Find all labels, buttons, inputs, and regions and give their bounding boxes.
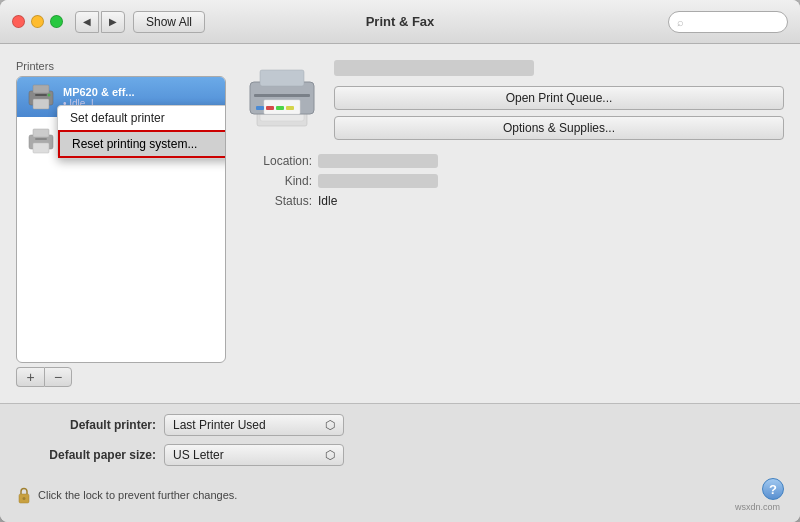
printer-detail-header: Open Print Queue... Options & Supplies..… xyxy=(242,60,784,140)
traffic-lights xyxy=(12,15,63,28)
svg-point-20 xyxy=(23,497,26,500)
status-label: Status: xyxy=(242,194,312,208)
search-icon: ⌕ xyxy=(677,16,684,28)
panel-label: Printers xyxy=(16,60,226,72)
default-printer-select[interactable]: Last Printer Used ⬡ xyxy=(164,414,344,436)
svg-rect-14 xyxy=(254,94,310,97)
default-paper-row: Default paper size: US Letter ⬡ xyxy=(16,444,784,466)
detail-fields: Location: Kind: Status: Idle xyxy=(242,154,784,214)
search-box[interactable]: ⌕ xyxy=(668,11,788,33)
svg-rect-6 xyxy=(33,129,49,137)
svg-rect-1 xyxy=(33,85,49,93)
select-arrow-icon-2: ⬡ xyxy=(325,448,335,462)
location-value xyxy=(318,154,438,168)
select-arrow-icon: ⬡ xyxy=(325,418,335,432)
footer-row: Click the lock to prevent further change… xyxy=(16,474,784,512)
default-printer-label: Default printer: xyxy=(16,418,156,432)
show-all-button[interactable]: Show All xyxy=(133,11,205,33)
svg-rect-15 xyxy=(256,106,264,110)
svg-rect-2 xyxy=(33,99,49,109)
bottom-bar: Default printer: Last Printer Used ⬡ Def… xyxy=(0,403,800,522)
kind-row: Kind: xyxy=(242,174,784,188)
default-printer-row: Default printer: Last Printer Used ⬡ xyxy=(16,414,784,436)
context-menu-item-set-default[interactable]: Set default printer xyxy=(58,106,226,130)
forward-button[interactable]: ▶ xyxy=(101,11,125,33)
printer-icon-2 xyxy=(25,127,57,155)
default-printer-value: Last Printer Used xyxy=(173,418,266,432)
lock-area: Click the lock to prevent further change… xyxy=(16,485,237,505)
printer-name-1: MP620 & eff... xyxy=(63,86,135,98)
list-controls: + − xyxy=(16,367,226,387)
maximize-button[interactable] xyxy=(50,15,63,28)
remove-printer-button[interactable]: − xyxy=(44,367,72,387)
titlebar: ◀ ▶ Show All Print & Fax ⌕ xyxy=(0,0,800,44)
kind-label: Kind: xyxy=(242,174,312,188)
detail-printer-icon xyxy=(242,60,322,130)
watermark: wsxdn.com xyxy=(735,502,784,512)
svg-point-4 xyxy=(48,94,51,97)
svg-rect-7 xyxy=(33,143,49,153)
default-paper-value: US Letter xyxy=(173,448,224,462)
location-label: Location: xyxy=(242,154,312,168)
open-print-queue-button[interactable]: Open Print Queue... xyxy=(334,86,784,110)
add-printer-button[interactable]: + xyxy=(16,367,44,387)
nav-buttons: ◀ ▶ xyxy=(75,11,125,33)
status-value: Idle xyxy=(318,194,337,208)
default-paper-select[interactable]: US Letter ⬡ xyxy=(164,444,344,466)
printer-icon-1 xyxy=(25,83,57,111)
svg-rect-18 xyxy=(286,106,294,110)
svg-rect-17 xyxy=(276,106,284,110)
main-content: Printers MP620 & eff... xyxy=(0,44,800,403)
default-paper-label: Default paper size: xyxy=(16,448,156,462)
lock-icon[interactable] xyxy=(16,485,32,505)
svg-rect-12 xyxy=(260,70,304,86)
lock-text: Click the lock to prevent further change… xyxy=(38,489,237,501)
options-supplies-button[interactable]: Options & Supplies... xyxy=(334,116,784,140)
context-menu-item-reset[interactable]: Reset printing system... xyxy=(58,130,226,158)
status-row: Status: Idle xyxy=(242,194,784,208)
svg-rect-16 xyxy=(266,106,274,110)
left-panel: Printers MP620 & eff... xyxy=(16,60,226,387)
help-button[interactable]: ? xyxy=(762,478,784,500)
right-panel: Open Print Queue... Options & Supplies..… xyxy=(242,60,784,387)
close-button[interactable] xyxy=(12,15,25,28)
minimize-button[interactable] xyxy=(31,15,44,28)
svg-rect-3 xyxy=(35,94,47,96)
detail-info: Open Print Queue... Options & Supplies..… xyxy=(334,60,784,140)
action-buttons: Open Print Queue... Options & Supplies..… xyxy=(334,86,784,140)
location-row: Location: xyxy=(242,154,784,168)
printers-list: MP620 & eff... • Idle, L Set default pri… xyxy=(16,76,226,363)
printer-title-bar xyxy=(334,60,534,76)
window-title: Print & Fax xyxy=(366,14,435,29)
kind-value xyxy=(318,174,438,188)
svg-rect-8 xyxy=(35,138,47,140)
back-button[interactable]: ◀ xyxy=(75,11,99,33)
window: ◀ ▶ Show All Print & Fax ⌕ Printers xyxy=(0,0,800,522)
context-menu: Set default printer Reset printing syste… xyxy=(57,105,226,159)
